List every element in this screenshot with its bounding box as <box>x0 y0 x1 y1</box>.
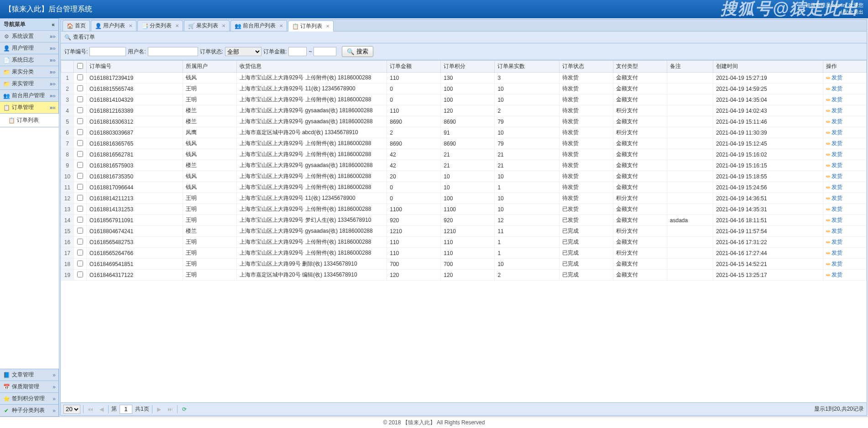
row-checkbox[interactable] <box>77 217 83 223</box>
col-11[interactable]: 创建时间 <box>713 61 823 73</box>
table-row[interactable]: 9O1618816575903楼兰上海市宝山区上大路929号 gysaadas(… <box>61 160 867 171</box>
ship-button[interactable]: 发货 <box>826 183 842 191</box>
tab-首页[interactable]: 首页 <box>63 20 90 31</box>
ship-button[interactable]: 发货 <box>826 216 842 224</box>
page-input[interactable] <box>120 405 132 414</box>
row-checkbox[interactable] <box>77 250 83 256</box>
ship-button[interactable]: 发货 <box>826 85 842 93</box>
ship-button[interactable]: 发货 <box>826 227 842 235</box>
row-checkbox[interactable] <box>77 140 83 146</box>
table-row[interactable]: 14O1618567911091王明上海市宝山区上大路929号 梦幻人生(收) … <box>61 215 867 226</box>
ship-button[interactable]: 发货 <box>826 74 842 82</box>
table-row[interactable]: 11O1618817096644钱风上海市宝山区上大路929号 上传附件(收) … <box>61 182 867 193</box>
nav-sub-orderlist[interactable]: 订单列表 <box>0 114 59 127</box>
input-amount-min[interactable] <box>288 47 307 56</box>
select-all[interactable] <box>77 63 83 69</box>
close-icon[interactable]: ✕ <box>129 23 132 28</box>
col-4[interactable]: 收货信息 <box>237 61 387 73</box>
ship-button[interactable]: 发货 <box>826 162 842 169</box>
table-row[interactable]: 13O1618814131253王明上海市宝山区上大路929号 上传附件(收) … <box>61 204 867 215</box>
ship-button[interactable]: 发货 <box>826 271 842 279</box>
col-9[interactable]: 支付类型 <box>613 61 667 73</box>
ship-button[interactable]: 发货 <box>826 249 842 257</box>
col-0[interactable] <box>61 61 74 73</box>
close-icon[interactable]: ✕ <box>279 23 283 28</box>
table-row[interactable]: 15O1618804674241楼兰上海市宝山区上大路929号 gysaadas… <box>61 226 867 237</box>
ship-button[interactable]: 发货 <box>826 151 842 158</box>
col-12[interactable]: 操作 <box>823 61 867 73</box>
row-checkbox[interactable] <box>77 228 83 234</box>
row-checkbox[interactable] <box>77 271 83 277</box>
first-page-icon[interactable]: ⏮ <box>86 405 94 413</box>
col-1[interactable] <box>74 61 87 73</box>
ship-button[interactable]: 发货 <box>826 118 842 125</box>
table-row[interactable]: 4O1618812163389楼兰上海市宝山区上大路929号 gysaadas(… <box>61 105 867 116</box>
input-amount-max[interactable] <box>314 47 336 56</box>
nav-item-用户管理[interactable]: 用户管理» <box>0 42 59 54</box>
ship-button[interactable]: 发货 <box>826 260 842 268</box>
tab-分类列表[interactable]: 分类列表✕ <box>137 20 183 31</box>
col-6[interactable]: 订单积分 <box>441 61 495 73</box>
table-row[interactable]: 18O1618469541851王明上海市宝山区上大路99号 删除(收) 133… <box>61 259 867 270</box>
logout-link[interactable]: 安全退出 <box>843 9 863 15</box>
table-row[interactable]: 10O1618816735350钱风上海市宝山区上大路929号 上传附件(收) … <box>61 171 867 182</box>
ship-button[interactable]: 发货 <box>826 129 842 136</box>
collapse-icon[interactable] <box>52 21 55 28</box>
ship-button[interactable]: 发货 <box>826 107 842 115</box>
row-checkbox[interactable] <box>77 184 83 190</box>
page-size[interactable]: 20 <box>63 405 80 414</box>
col-2[interactable]: 订单编号 <box>87 61 183 73</box>
ship-button[interactable]: 发货 <box>826 172 842 180</box>
col-7[interactable]: 订单果实数 <box>495 61 559 73</box>
last-page-icon[interactable]: ⏭ <box>166 405 174 413</box>
row-checkbox[interactable] <box>77 162 83 168</box>
row-checkbox[interactable] <box>77 118 83 124</box>
table-row[interactable]: 1O1618817239419钱风上海市宝山区上大路929号 上传附件(收) 1… <box>61 73 867 84</box>
nav-item-文章管理[interactable]: 文章管理» <box>0 369 59 381</box>
table-row[interactable]: 16O1618565482753王明上海市宝山区上大路929号 上传附件(收) … <box>61 237 867 248</box>
row-checkbox[interactable] <box>77 129 83 135</box>
prev-page-icon[interactable]: ◀ <box>97 405 105 413</box>
row-checkbox[interactable] <box>77 239 83 245</box>
row-checkbox[interactable] <box>77 195 83 201</box>
table-row[interactable]: 2O1618815565748王明上海市宝山区上大路929号 11(收) 123… <box>61 84 867 94</box>
close-icon[interactable]: ✕ <box>175 23 179 28</box>
table-row[interactable]: 8O1618816562781钱风上海市宝山区上大路929号 上传附件(收) 1… <box>61 149 867 160</box>
table-row[interactable]: 7O1618816365765钱风上海市宝山区上大路929号 上传附件(收) 1… <box>61 138 867 149</box>
table-row[interactable]: 3O1618814104329王明上海市宝山区上大路929号 上传附件(收) 1… <box>61 94 867 105</box>
table-row[interactable]: 19O1618464317122王明上海市嘉定区城中路20号 编辑(收) 133… <box>61 270 867 281</box>
row-checkbox[interactable] <box>77 173 83 179</box>
row-checkbox[interactable] <box>77 151 83 157</box>
tab-用户列表[interactable]: 用户列表✕ <box>91 20 136 31</box>
nav-item-签到积分管理[interactable]: 签到积分管理» <box>0 393 59 405</box>
col-5[interactable]: 订单金额 <box>387 61 441 73</box>
nav-item-种子分类列表[interactable]: 种子分类列表» <box>0 405 59 417</box>
col-10[interactable]: 备注 <box>667 61 713 73</box>
nav-item-保质期管理[interactable]: 保质期管理» <box>0 381 59 393</box>
row-checkbox[interactable] <box>77 85 83 91</box>
nav-item-果实管理[interactable]: 果实管理» <box>0 78 59 90</box>
ship-button[interactable]: 发货 <box>826 205 842 213</box>
nav-item-系统日志[interactable]: 系统日志» <box>0 54 59 66</box>
nav-item-系统设置[interactable]: 系统设置» <box>0 31 59 42</box>
ship-button[interactable]: 发货 <box>826 238 842 246</box>
input-orderno[interactable] <box>89 47 126 56</box>
table-row[interactable]: 17O1618565264766王明上海市宝山区上大路929号 上传附件(收) … <box>61 248 867 259</box>
close-icon[interactable]: ✕ <box>222 23 225 28</box>
col-3[interactable]: 所属用户 <box>183 61 237 73</box>
tab-果实列表[interactable]: 果实列表✕ <box>184 20 230 31</box>
table-row[interactable]: 5O1618816306312楼兰上海市宝山区上大路929号 gysaadas(… <box>61 116 867 127</box>
ship-button[interactable]: 发货 <box>826 96 842 104</box>
table-row[interactable]: 12O1618814211213王明上海市宝山区上大路929号 11(收) 12… <box>61 193 867 204</box>
next-page-icon[interactable]: ▶ <box>155 405 163 413</box>
search-button[interactable]: 搜索 <box>342 46 373 57</box>
select-status[interactable]: 全部 <box>225 47 261 56</box>
row-checkbox[interactable] <box>77 74 83 80</box>
row-checkbox[interactable] <box>77 206 83 212</box>
table-row[interactable]: 6O1618803039687凤鹰上海市嘉定区城中路20号 abcd(收) 13… <box>61 127 867 138</box>
nav-item-果实分类[interactable]: 果实分类» <box>0 66 59 78</box>
ship-button[interactable]: 发货 <box>826 194 842 202</box>
row-checkbox[interactable] <box>77 261 83 266</box>
ship-button[interactable]: 发货 <box>826 140 842 147</box>
close-icon[interactable]: ✕ <box>326 24 329 29</box>
